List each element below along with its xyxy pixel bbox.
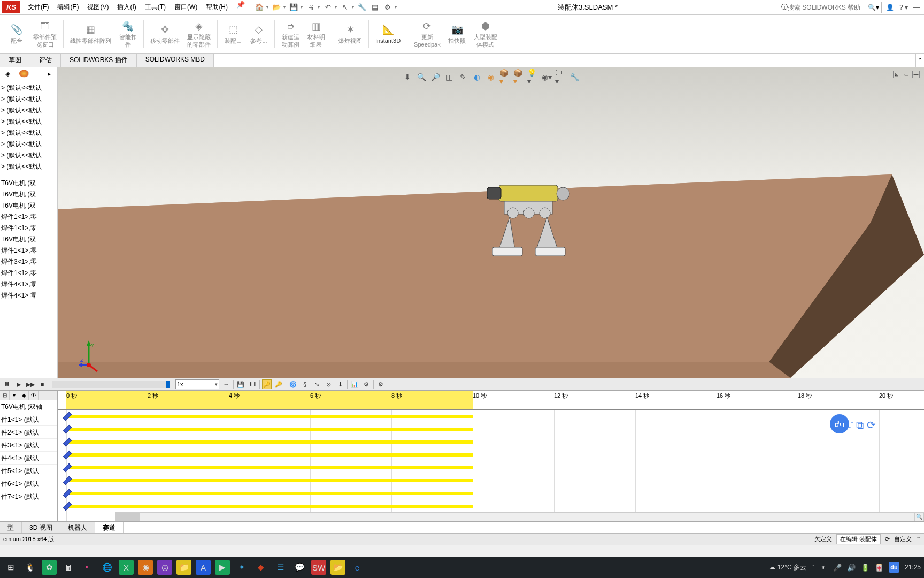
ribbon-linear-pattern[interactable]: ▦线性零部件阵列 (67, 22, 114, 45)
tree-item[interactable]: 焊件1<1>,零 (1, 211, 56, 223)
tree-item[interactable]: 焊件1<1>,零 (1, 223, 56, 234)
rebuild-icon[interactable]: 🔧 (357, 3, 367, 12)
tree-item[interactable]: T6V电机 (双 (1, 189, 56, 200)
tray-mic-icon[interactable]: 🎤 (833, 564, 842, 572)
tree-item[interactable]: > (默认<<默认 (1, 116, 56, 127)
timeline-hscroll[interactable] (116, 512, 914, 521)
options-icon[interactable]: ▤ (370, 3, 380, 12)
motion-tree-item[interactable]: 件1<1> (默认 (0, 413, 57, 426)
tl-col-key[interactable]: ◆ (19, 391, 29, 400)
tray-batt-icon[interactable]: 🔋 (861, 564, 869, 572)
menu-tools[interactable]: 工具(T) (142, 1, 169, 14)
menu-window[interactable]: 窗口(W) (171, 1, 201, 14)
ribbon-show-hidden[interactable]: ◈显示隐藏 的零部件 (184, 19, 214, 49)
mt-spring-icon[interactable]: § (300, 379, 310, 389)
font-indicator-icon[interactable]: A ∵ ⧉ ⟳ (837, 419, 876, 431)
tree-item[interactable]: > (默认<<默认 (1, 150, 56, 161)
fm-tab-expand[interactable]: ▸ (41, 67, 57, 80)
timeline-track[interactable] (58, 436, 924, 448)
tree-item[interactable]: T6V电机 (双 (1, 200, 56, 211)
taskbar-clock[interactable]: 21:25 (905, 564, 921, 571)
vt-orient-icon[interactable]: ⬇ (402, 72, 413, 82)
task-app4-icon[interactable]: ▶ (215, 560, 230, 575)
timeline-track[interactable] (58, 461, 924, 474)
task-solidworks-icon[interactable]: SW (311, 560, 326, 575)
mt-play-start-icon[interactable]: ▶ (14, 379, 24, 389)
vt-nview-icon[interactable]: 🖵▾ (555, 72, 566, 82)
ribbon-exploded[interactable]: ✶爆炸视图 (335, 22, 365, 45)
playback-speed-combo[interactable]: 1x▾ (175, 379, 219, 389)
vt-zoom-icon[interactable]: 🔍 (416, 72, 427, 82)
print-icon[interactable]: 🖨 (306, 3, 315, 12)
ftab-addins[interactable]: SOLIDWORKS 插件 (61, 54, 137, 67)
vt-hide-icon[interactable]: 📦▾ (513, 72, 524, 82)
open-icon[interactable]: 📂 (272, 3, 281, 12)
mt-gravity-icon[interactable]: ⬇ (335, 379, 345, 389)
timeline-track[interactable] (58, 487, 924, 500)
task-folder-icon[interactable]: 📁 (176, 560, 191, 575)
btab-robot[interactable]: 机器人 (60, 522, 95, 533)
vt-item-icon[interactable]: 📦▾ (499, 72, 510, 82)
tray-ime-icon[interactable]: 🀄 (875, 564, 883, 572)
motion-tree-item[interactable]: 件7<1> (默认 (0, 490, 57, 503)
menu-edit[interactable]: 编辑(E) (54, 1, 82, 14)
tree-item[interactable]: > (默认<<默认 (1, 82, 56, 94)
tray-expand-icon[interactable]: ˄ (812, 564, 815, 572)
mt-autokey-icon[interactable]: 🔑 (262, 379, 272, 389)
mt-anim-wizard-icon[interactable]: 🎞 (248, 379, 257, 389)
undo-icon[interactable]: ↶ (323, 3, 333, 12)
search-icon[interactable]: 🔍▾ (868, 4, 879, 11)
task-calc-icon[interactable]: 🖩 (61, 560, 76, 575)
motion-tree-item[interactable]: T6V电机 (双轴 (0, 400, 57, 413)
vt-apply-icon[interactable]: ◉▾ (541, 72, 552, 82)
task-app6-icon[interactable]: ◆ (253, 560, 268, 575)
motion-tree-item[interactable]: 件5<1> (默认 (0, 465, 57, 477)
fm-tab-appearance[interactable] (19, 70, 29, 78)
ribbon-comp-preview[interactable]: 🗔零部件预 览窗口 (30, 19, 60, 49)
minimize-icon[interactable]: — (913, 4, 920, 11)
btab-model[interactable]: 型 (0, 522, 22, 533)
vt-prev-icon[interactable]: 🔎 (430, 72, 441, 82)
vt-edit-appearance-icon[interactable]: ◉ (486, 72, 496, 82)
tree-item[interactable]: > (默认<<默认 (1, 94, 56, 105)
btab-3dview[interactable]: 3D 视图 (22, 522, 60, 533)
tl-col-collapse[interactable]: ⊟ (0, 391, 10, 400)
mt-props-icon[interactable]: ⚙ (376, 379, 386, 389)
vp-close-icon[interactable]: — (912, 71, 920, 78)
motion-tree-item[interactable]: 件3<1> (默认 (0, 439, 57, 452)
btab-track[interactable]: 赛道 (95, 522, 124, 533)
task-excel-icon[interactable]: X (119, 560, 134, 575)
task-explorer-icon[interactable]: 📂 (330, 560, 345, 575)
ribbon-assy-features[interactable]: ⬚装配... (221, 22, 245, 45)
save-icon[interactable]: 💾 (289, 3, 298, 12)
ribbon-move-comp[interactable]: ✥移动零部件 (147, 22, 183, 45)
tree-item[interactable]: T6V电机 (双 (1, 234, 56, 245)
user-icon[interactable]: 👤 (886, 4, 894, 11)
vt-wrench-icon[interactable]: 🔧 (569, 72, 580, 82)
mt-plot-icon[interactable]: ⚙ (361, 379, 371, 389)
timeline-track[interactable] (58, 474, 924, 487)
mt-play-icon[interactable]: ▶▶ (26, 379, 35, 389)
task-chrome-icon[interactable]: 🌐 (99, 560, 114, 575)
task-wifi-icon[interactable]: ᯤ (80, 560, 95, 575)
mt-calc-icon[interactable]: 🖩 (2, 379, 12, 389)
settings-icon[interactable]: ⚙ (383, 3, 392, 12)
time-slider[interactable] (52, 381, 170, 388)
ribbon-instant3d[interactable]: 📐Instant3D (372, 22, 404, 45)
task-app1-icon[interactable]: ✿ (42, 560, 57, 575)
task-app2-icon[interactable]: ◉ (138, 560, 153, 575)
mt-contact-icon[interactable]: ⊘ (324, 379, 333, 389)
vt-display-icon[interactable]: ✎ (458, 72, 468, 82)
ribbon-reference[interactable]: ◇参考... (247, 22, 271, 45)
timeline-canvas[interactable]: 0 秒2 秒4 秒6 秒8 秒10 秒12 秒14 秒16 秒18 秒20 秒 … (58, 391, 924, 521)
timeline-track[interactable] (58, 423, 924, 436)
mt-results-icon[interactable]: 📊 (350, 379, 359, 389)
vp-split-icon[interactable]: ⊡ (893, 71, 900, 78)
task-app7-icon[interactable]: ☰ (273, 560, 288, 575)
vt-section-icon[interactable]: ◫ (444, 72, 455, 82)
time-slider-handle[interactable] (166, 381, 170, 388)
tree-item[interactable]: > (默认<<默认 (1, 105, 56, 116)
motion-tree-item[interactable]: 件4<1> (默认 (0, 452, 57, 465)
tree-item[interactable]: > (默认<<默认 (1, 139, 56, 150)
tree-item[interactable]: 焊件4<1> 零 (1, 290, 56, 301)
